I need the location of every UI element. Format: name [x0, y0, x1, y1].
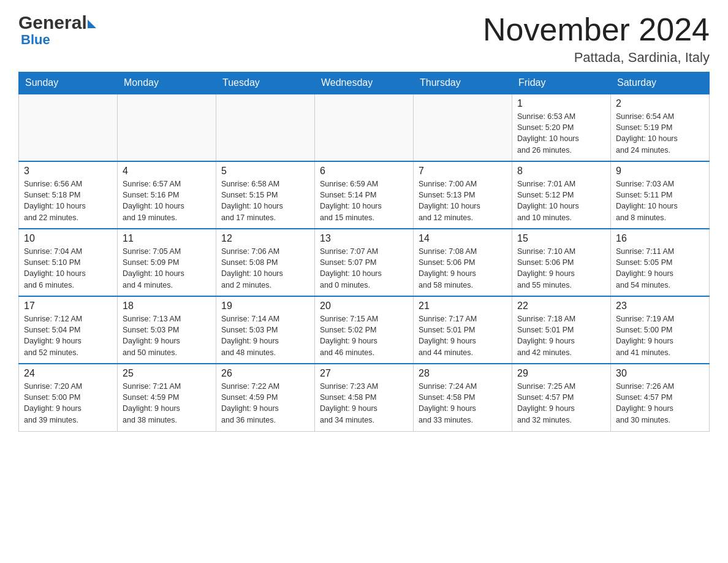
day-number: 25	[123, 368, 211, 379]
day-number: 19	[221, 301, 309, 312]
calendar-cell: 26Sunrise: 7:22 AM Sunset: 4:59 PM Dayli…	[216, 364, 315, 431]
day-number: 1	[517, 98, 605, 109]
day-info: Sunrise: 7:26 AM Sunset: 4:57 PM Dayligh…	[616, 381, 704, 426]
day-info: Sunrise: 6:59 AM Sunset: 5:14 PM Dayligh…	[320, 178, 408, 223]
weekday-header-wednesday: Wednesday	[315, 72, 414, 94]
calendar-cell: 24Sunrise: 7:20 AM Sunset: 5:00 PM Dayli…	[19, 364, 118, 431]
weekday-header-tuesday: Tuesday	[216, 72, 315, 94]
day-info: Sunrise: 7:17 AM Sunset: 5:01 PM Dayligh…	[419, 313, 507, 358]
weekday-header-friday: Friday	[512, 72, 611, 94]
page-header: General Blue November 2024 Pattada, Sard…	[18, 12, 710, 66]
day-number: 10	[24, 233, 112, 244]
calendar-cell: 10Sunrise: 7:04 AM Sunset: 5:10 PM Dayli…	[19, 229, 118, 296]
day-number: 23	[616, 301, 704, 312]
day-info: Sunrise: 7:12 AM Sunset: 5:04 PM Dayligh…	[24, 313, 112, 358]
day-number: 30	[616, 368, 704, 379]
calendar-cell: 19Sunrise: 7:14 AM Sunset: 5:03 PM Dayli…	[216, 296, 315, 364]
calendar-week-5: 24Sunrise: 7:20 AM Sunset: 5:00 PM Dayli…	[19, 364, 710, 431]
calendar-cell: 15Sunrise: 7:10 AM Sunset: 5:06 PM Dayli…	[512, 229, 611, 296]
day-number: 9	[616, 166, 704, 177]
calendar-cell: 2Sunrise: 6:54 AM Sunset: 5:19 PM Daylig…	[611, 94, 710, 161]
day-info: Sunrise: 6:57 AM Sunset: 5:16 PM Dayligh…	[123, 178, 211, 223]
day-info: Sunrise: 6:53 AM Sunset: 5:20 PM Dayligh…	[517, 111, 605, 156]
calendar-cell: 14Sunrise: 7:08 AM Sunset: 5:06 PM Dayli…	[414, 229, 512, 296]
calendar-cell: 18Sunrise: 7:13 AM Sunset: 5:03 PM Dayli…	[118, 296, 216, 364]
calendar-cell: 30Sunrise: 7:26 AM Sunset: 4:57 PM Dayli…	[611, 364, 710, 431]
day-info: Sunrise: 7:21 AM Sunset: 4:59 PM Dayligh…	[123, 381, 211, 426]
day-number: 4	[123, 166, 211, 177]
day-info: Sunrise: 7:05 AM Sunset: 5:09 PM Dayligh…	[123, 246, 211, 291]
day-number: 8	[517, 166, 605, 177]
logo-general-text: General	[18, 12, 87, 33]
day-number: 26	[221, 368, 309, 379]
weekday-header-thursday: Thursday	[414, 72, 512, 94]
day-number: 15	[517, 233, 605, 244]
calendar-cell	[315, 94, 414, 161]
logo-arrow-icon	[88, 20, 96, 28]
day-info: Sunrise: 6:54 AM Sunset: 5:19 PM Dayligh…	[616, 111, 704, 156]
calendar-cell	[414, 94, 512, 161]
day-info: Sunrise: 7:07 AM Sunset: 5:07 PM Dayligh…	[320, 246, 408, 291]
day-info: Sunrise: 7:13 AM Sunset: 5:03 PM Dayligh…	[123, 313, 211, 358]
calendar-cell: 17Sunrise: 7:12 AM Sunset: 5:04 PM Dayli…	[19, 296, 118, 364]
calendar-cell	[216, 94, 315, 161]
day-number: 27	[320, 368, 408, 379]
weekday-header-sunday: Sunday	[19, 72, 118, 94]
weekday-header-row: SundayMondayTuesdayWednesdayThursdayFrid…	[19, 72, 710, 94]
calendar-cell: 23Sunrise: 7:19 AM Sunset: 5:00 PM Dayli…	[611, 296, 710, 364]
calendar-table: SundayMondayTuesdayWednesdayThursdayFrid…	[18, 72, 710, 432]
logo: General Blue	[18, 12, 96, 48]
day-info: Sunrise: 7:19 AM Sunset: 5:00 PM Dayligh…	[616, 313, 704, 358]
day-number: 29	[517, 368, 605, 379]
day-info: Sunrise: 7:00 AM Sunset: 5:13 PM Dayligh…	[419, 178, 507, 223]
calendar-week-1: 1Sunrise: 6:53 AM Sunset: 5:20 PM Daylig…	[19, 94, 710, 161]
day-number: 22	[517, 301, 605, 312]
month-title: November 2024	[483, 12, 710, 47]
weekday-header-monday: Monday	[118, 72, 216, 94]
day-info: Sunrise: 7:23 AM Sunset: 4:58 PM Dayligh…	[320, 381, 408, 426]
calendar-cell: 13Sunrise: 7:07 AM Sunset: 5:07 PM Dayli…	[315, 229, 414, 296]
day-number: 2	[616, 98, 704, 109]
day-number: 6	[320, 166, 408, 177]
calendar-cell: 27Sunrise: 7:23 AM Sunset: 4:58 PM Dayli…	[315, 364, 414, 431]
day-info: Sunrise: 7:10 AM Sunset: 5:06 PM Dayligh…	[517, 246, 605, 291]
calendar-week-2: 3Sunrise: 6:56 AM Sunset: 5:18 PM Daylig…	[19, 161, 710, 229]
calendar-cell: 20Sunrise: 7:15 AM Sunset: 5:02 PM Dayli…	[315, 296, 414, 364]
day-info: Sunrise: 6:56 AM Sunset: 5:18 PM Dayligh…	[24, 178, 112, 223]
day-number: 5	[221, 166, 309, 177]
calendar-cell: 8Sunrise: 7:01 AM Sunset: 5:12 PM Daylig…	[512, 161, 611, 229]
calendar-cell	[19, 94, 118, 161]
day-info: Sunrise: 7:22 AM Sunset: 4:59 PM Dayligh…	[221, 381, 309, 426]
calendar-cell: 28Sunrise: 7:24 AM Sunset: 4:58 PM Dayli…	[414, 364, 512, 431]
day-number: 18	[123, 301, 211, 312]
weekday-header-saturday: Saturday	[611, 72, 710, 94]
calendar-cell: 4Sunrise: 6:57 AM Sunset: 5:16 PM Daylig…	[118, 161, 216, 229]
calendar-cell: 7Sunrise: 7:00 AM Sunset: 5:13 PM Daylig…	[414, 161, 512, 229]
day-info: Sunrise: 7:11 AM Sunset: 5:05 PM Dayligh…	[616, 246, 704, 291]
calendar-cell: 21Sunrise: 7:17 AM Sunset: 5:01 PM Dayli…	[414, 296, 512, 364]
day-info: Sunrise: 6:58 AM Sunset: 5:15 PM Dayligh…	[221, 178, 309, 223]
day-number: 11	[123, 233, 211, 244]
logo-blue-text: Blue	[18, 32, 50, 48]
calendar-cell: 1Sunrise: 6:53 AM Sunset: 5:20 PM Daylig…	[512, 94, 611, 161]
day-number: 28	[419, 368, 507, 379]
day-info: Sunrise: 7:06 AM Sunset: 5:08 PM Dayligh…	[221, 246, 309, 291]
day-number: 21	[419, 301, 507, 312]
day-number: 17	[24, 301, 112, 312]
day-info: Sunrise: 7:25 AM Sunset: 4:57 PM Dayligh…	[517, 381, 605, 426]
day-info: Sunrise: 7:04 AM Sunset: 5:10 PM Dayligh…	[24, 246, 112, 291]
calendar-cell: 5Sunrise: 6:58 AM Sunset: 5:15 PM Daylig…	[216, 161, 315, 229]
title-area: November 2024 Pattada, Sardinia, Italy	[483, 12, 710, 66]
calendar-cell: 6Sunrise: 6:59 AM Sunset: 5:14 PM Daylig…	[315, 161, 414, 229]
day-number: 24	[24, 368, 112, 379]
calendar-cell: 3Sunrise: 6:56 AM Sunset: 5:18 PM Daylig…	[19, 161, 118, 229]
day-number: 13	[320, 233, 408, 244]
day-number: 14	[419, 233, 507, 244]
day-info: Sunrise: 7:18 AM Sunset: 5:01 PM Dayligh…	[517, 313, 605, 358]
calendar-cell: 9Sunrise: 7:03 AM Sunset: 5:11 PM Daylig…	[611, 161, 710, 229]
calendar-week-3: 10Sunrise: 7:04 AM Sunset: 5:10 PM Dayli…	[19, 229, 710, 296]
day-number: 3	[24, 166, 112, 177]
day-info: Sunrise: 7:24 AM Sunset: 4:58 PM Dayligh…	[419, 381, 507, 426]
day-info: Sunrise: 7:14 AM Sunset: 5:03 PM Dayligh…	[221, 313, 309, 358]
calendar-cell	[118, 94, 216, 161]
